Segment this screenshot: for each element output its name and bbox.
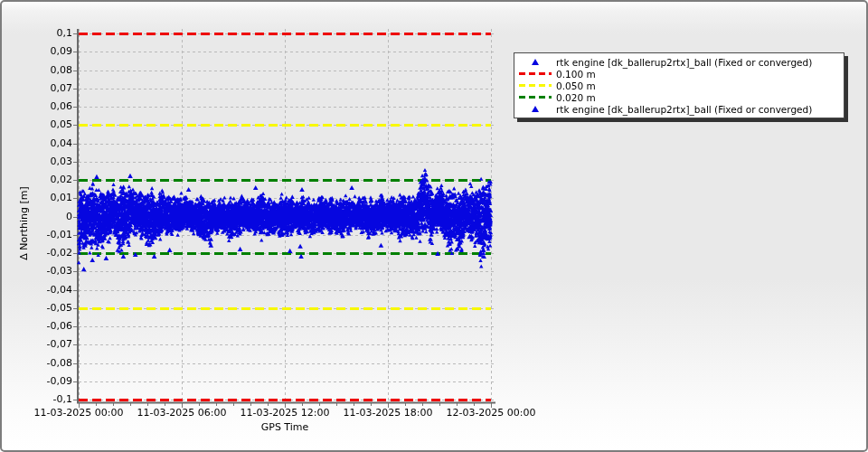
y-tick-label: 0,01 [29,192,72,203]
y-tick-label: -0,07 [29,338,72,350]
y-tick-label: -0,06 [29,320,72,332]
y-tick-label: 0,07 [29,82,72,94]
x-tick-label: 11-03-2025 06:00 [137,407,226,419]
legend-item[interactable]: 0.020 m [514,91,844,103]
x-axis-title: GPS Time [261,421,309,433]
y-tick-label: 0 [29,211,72,222]
y-tick-label: -0,02 [29,247,72,259]
y-tick-label: -0,03 [29,265,72,277]
y-tick-label: 0,05 [29,118,72,130]
legend-item[interactable]: rtk engine [dk_ballerup2rtx]_ball (Fixed… [514,103,844,115]
legend-item[interactable]: 0.050 m [514,80,844,91]
threshold-dash-icon [514,72,556,75]
legend-item[interactable]: 0.100 m [514,68,844,80]
y-tick-label: -0,05 [29,302,72,314]
legend[interactable]: rtk engine [dk_ballerup2rtx]_ball (Fixed… [514,52,844,118]
legend-label: 0.100 m [556,69,596,80]
y-tick-label: -0,01 [29,229,72,240]
y-tick-label: -0,04 [29,284,72,296]
y-tick-label: -0,08 [29,357,72,369]
legend-label: rtk engine [dk_ballerup2rtx]_ball (Fixed… [556,57,812,68]
y-tick-label: 0,08 [29,64,72,76]
y-tick-label: 0,06 [29,100,72,112]
series-triangle-icon [514,59,556,65]
y-axis-title: Δ Northing [m] [18,186,30,260]
x-tick-label: 11-03-2025 18:00 [343,407,432,419]
y-tick-label: 0,1 [29,27,72,39]
legend-label: 0.050 m [556,80,596,91]
threshold-dash-icon [514,96,556,99]
y-tick-label: 0,04 [29,137,72,149]
x-tick-label: 11-03-2025 00:00 [33,407,123,419]
x-tick-label: 12-03-2025 00:00 [446,407,535,419]
y-tick-label: 0,09 [29,45,72,57]
y-tick-label: 0,03 [29,155,72,167]
series-triangle-icon [514,106,556,112]
legend-item[interactable]: rtk engine [dk_ballerup2rtx]_ball (Fixed… [514,56,844,68]
legend-label: rtk engine [dk_ballerup2rtx]_ball (Fixed… [556,104,812,115]
y-tick-label: 0,02 [29,174,72,185]
legend-label: 0.020 m [556,92,596,103]
threshold-dash-icon [514,84,556,87]
x-tick-label: 11-03-2025 12:00 [240,407,329,419]
chart-window: 0,10,090,080,070,060,050,040,030,020,010… [0,0,868,452]
y-tick-label: -0,1 [29,393,72,405]
y-tick-label: -0,09 [29,375,72,387]
